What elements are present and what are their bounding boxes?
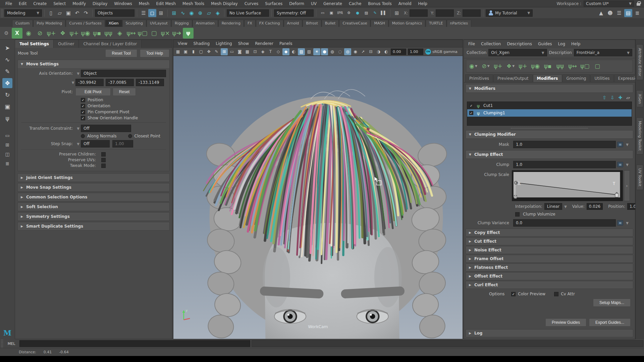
axis-orientation-dropdown[interactable]: Object <box>81 70 166 77</box>
modifier-list-item[interactable]: ψ Clumping1 <box>467 109 632 117</box>
shelf-tab[interactable]: Curves / Surfaces <box>66 20 105 27</box>
collapsed-section-header[interactable]: ▶ Offset Effect <box>466 272 633 280</box>
add-modifier-icon[interactable]: ✚ <box>618 95 622 100</box>
layout-outliner-pane-button[interactable]: ≣ <box>2 160 12 168</box>
viewport-menu-item[interactable]: Shading <box>190 41 213 47</box>
collapsed-section-header[interactable]: ▶ Smart Duplicate Settings <box>17 222 170 231</box>
x-input[interactable] <box>410 9 428 17</box>
wireframe-icon[interactable]: ◇ <box>275 48 282 55</box>
collapsed-section-header[interactable]: ▶ Soft Selection <box>17 202 170 211</box>
splitter-handle[interactable] <box>511 128 588 128</box>
xgen-guide-width-icon[interactable]: ψ↔ <box>568 61 578 71</box>
shelf-tab[interactable]: Bullet <box>322 20 339 27</box>
checkbox-row[interactable]: Position <box>81 98 169 102</box>
xgen-convert-icon[interactable]: ψ➔ <box>171 28 182 39</box>
xgen-menu-item[interactable]: Help <box>568 41 583 47</box>
xgen-duplicate-description-icon[interactable]: ❖ ▼ <box>505 61 516 71</box>
xgen-tab[interactable]: Primitives <box>465 74 493 82</box>
gate-mask-icon[interactable]: ▩ <box>244 48 251 55</box>
paint-select-tool[interactable]: ✎ <box>2 66 12 76</box>
open-xgen-editor-icon[interactable]: X <box>12 28 22 39</box>
exposure-icon[interactable]: ◑ <box>375 48 382 55</box>
smooth-shade-icon[interactable]: ◆ <box>282 48 289 55</box>
menu-item[interactable]: Mesh Tools <box>179 0 208 7</box>
render-settings-icon[interactable]: ⚙ <box>345 9 353 17</box>
menu-item[interactable]: Windows <box>111 0 136 7</box>
docked-panel-tab[interactable]: XGen <box>636 90 643 108</box>
separator[interactable] <box>270 9 273 17</box>
shelf-gear-icon[interactable]: ⚙ <box>2 28 11 39</box>
xgen-select-guides-icon[interactable]: ψ▢ <box>580 61 590 71</box>
shelf-tab[interactable]: Custom <box>12 20 33 27</box>
shelf-tab[interactable]: Motion Graphics <box>389 20 425 27</box>
xgen-export-mesh-icon[interactable]: ◈ <box>114 28 125 39</box>
modifier-enable-checkbox[interactable] <box>469 111 473 115</box>
collection-dropdown[interactable]: Ori_Xgen ▼ <box>488 49 547 56</box>
docked-panel-tab[interactable]: Attribute Editor <box>636 44 643 80</box>
chevron-down-icon[interactable]: ▼ <box>75 127 81 130</box>
xgen-tab[interactable]: Preview/Output <box>493 74 532 82</box>
viewport-menu-item[interactable]: View <box>175 41 190 47</box>
use-default-material-icon[interactable]: ▧ <box>306 48 313 55</box>
occlusion-icon[interactable]: ◍ <box>329 48 336 55</box>
viewport-menu-item[interactable]: Panels <box>276 41 296 47</box>
modifier-enable-checkbox[interactable] <box>469 104 473 108</box>
render-sequence-icon[interactable]: ▨ <box>362 9 370 17</box>
motion-blur-icon[interactable]: ◌ <box>336 48 343 55</box>
xgen-export-patches-icon[interactable]: ❖ <box>57 28 68 39</box>
exposure-field[interactable]: 0.00 <box>391 49 406 55</box>
menu-item[interactable]: UV <box>308 0 320 7</box>
make-live-icon[interactable]: ◈ <box>214 9 222 17</box>
preview-guides-button[interactable]: Preview Guides <box>545 318 586 326</box>
menu-item[interactable]: File <box>2 0 15 7</box>
pause-viewport-icon[interactable]: ▌▌ <box>380 9 388 17</box>
step-snap-dropdown[interactable]: Off <box>81 140 110 147</box>
separator[interactable] <box>315 9 317 17</box>
checkbox-row[interactable]: Preserve Children: <box>18 152 169 157</box>
menu-item[interactable]: Cache <box>345 0 365 7</box>
workspace-dropdown[interactable]: Custom UI* ▼ <box>584 1 634 7</box>
xgen-create-description-icon[interactable]: ψ+ <box>46 28 57 39</box>
shelf-tab[interactable]: Rigging <box>171 20 192 27</box>
undo-icon[interactable]: ↶ <box>73 9 81 17</box>
xgen-menu-item[interactable]: Descriptions <box>504 41 535 47</box>
viewport-scene[interactable]: y WorkCam <box>173 56 463 339</box>
field-chart-icon[interactable]: ⊡ <box>252 48 259 55</box>
menu-item[interactable]: Mesh <box>136 0 153 7</box>
redo-icon[interactable]: ↷ <box>82 9 90 17</box>
xgen-toggle-guide-display-icon[interactable]: ψ◉ <box>530 61 540 71</box>
modifier-move-down-icon[interactable]: ⇩ <box>610 95 614 100</box>
image-plane-icon[interactable]: ▢ <box>198 48 205 55</box>
shelf-tab[interactable]: XGen <box>105 20 122 27</box>
clumping-modifier-header[interactable]: ▼ Clumping Modifier <box>466 130 633 139</box>
shadows-icon[interactable]: ● <box>321 48 328 55</box>
gamma-field[interactable]: 1.00 <box>408 49 423 55</box>
lasso-select-tool[interactable]: ∿ <box>2 55 12 65</box>
separator[interactable] <box>91 9 94 17</box>
menu-item[interactable]: Generate <box>320 0 345 7</box>
live-surface-field[interactable]: No Live Surface <box>227 9 269 17</box>
xgen-delete-guides-icon[interactable]: ψ× <box>160 28 171 39</box>
export-guides-button[interactable]: Export Guides... <box>589 318 631 326</box>
docked-panel-tab[interactable]: UV Toolkit <box>636 165 643 190</box>
menu-item[interactable]: Select <box>50 0 69 7</box>
separator[interactable] <box>166 9 169 17</box>
layout-single-pane-button[interactable]: ▭ <box>2 131 12 139</box>
menu-item[interactable]: Modify <box>69 0 89 7</box>
collapsed-section-header[interactable]: ▶ Frame Offset <box>466 255 633 263</box>
checkbox-row[interactable]: Pin Component Pivot <box>81 110 169 114</box>
collapsed-section-header[interactable]: ▶ Noise Effect <box>466 246 633 254</box>
orientation-value-field[interactable]: -37.0085 <box>106 79 134 86</box>
ipr-render-icon[interactable]: IPR <box>336 9 344 17</box>
xgen-clear-preview-icon[interactable]: ⊘ ▼ <box>481 61 491 71</box>
step-snap-size-field[interactable]: 1.00 <box>112 140 133 147</box>
modifier-list-item[interactable]: ψ Cut1 <box>467 102 632 109</box>
camera-attributes-icon[interactable]: ▣ <box>182 48 189 55</box>
clump-scale-ramp[interactable]: R T <box>512 170 623 201</box>
expression-icon[interactable]: ≡ <box>617 162 623 167</box>
xgen-tab[interactable]: Utilities <box>590 74 613 82</box>
collapsed-section-header[interactable]: ▶ Flatness Effect <box>466 263 633 272</box>
reset-tool-button[interactable]: Reset Tool <box>105 49 137 57</box>
checkbox-row[interactable]: Tweak Mode: <box>18 163 169 168</box>
shelf-tab[interactable]: MASH <box>371 20 388 27</box>
